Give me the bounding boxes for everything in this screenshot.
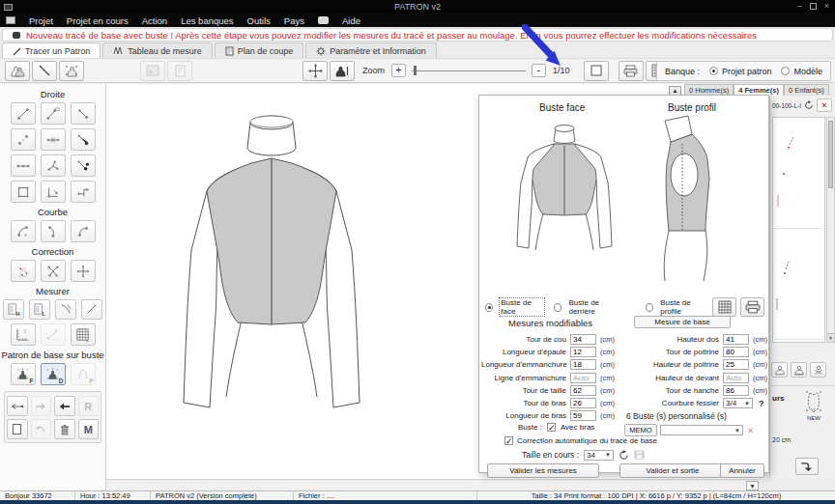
tool-droite-segment-court[interactable] [71,102,96,125]
tool-mesurer-hauteur[interactable]: H [3,299,24,320]
tool-droite-equerre[interactable] [41,181,66,203]
back-arrow-button[interactable] [54,396,75,416]
zoom-out-button[interactable]: - [532,64,546,77]
maximize-button[interactable] [810,3,817,10]
frame-tool-button[interactable] [584,61,609,81]
tool-patron-buste-dos[interactable]: D [41,363,66,385]
personalised-select[interactable]: ▼ [660,425,743,435]
tool-droite-perpendiculaire[interactable] [71,181,96,203]
dialog-grid-button[interactable] [712,297,736,317]
menu-projet-en-cours[interactable]: Projet en cours [67,15,129,26]
tool-droite-alignement[interactable] [11,154,36,177]
menu-pays[interactable]: Pays [284,15,304,26]
bust-small-button-2[interactable] [791,362,807,378]
menu-outils[interactable]: Outils [247,15,271,26]
tool-correction-croix[interactable] [41,260,66,282]
tool-courbe-3[interactable] [71,220,96,242]
print-button[interactable] [619,61,644,81]
bust-small-button-3[interactable] [810,362,826,378]
busts-pair-tool-button[interactable] [5,61,30,81]
menu-action[interactable]: Action [142,15,167,26]
tool-droite-milieu[interactable] [41,128,66,151]
menu-les-banques[interactable]: Les banques [181,15,233,26]
banque-option-projet-patron[interactable]: Projet patron [709,67,772,76]
bust-points-tool-button[interactable] [59,61,84,81]
hauteur-de-devant-input[interactable] [723,373,749,383]
tool-mesurer-ligne[interactable] [41,323,66,346]
undo-button[interactable] [31,419,52,439]
move-tool-button[interactable] [302,61,328,81]
tab-tracer-un-patron[interactable]: Tracer un Patron [2,42,101,59]
banque-option-modele[interactable]: Modèle [781,67,822,76]
tour-de-poitrine-input[interactable] [723,347,749,357]
radio-projet-patron[interactable] [709,67,718,75]
model-preview-list[interactable] [772,117,825,343]
tool-mesurer-courbe[interactable] [55,299,76,320]
m-button[interactable]: M [78,419,100,439]
save-icon[interactable] [634,450,645,460]
tool-droite-rectangle[interactable] [11,181,36,203]
minimize-button[interactable]: – [797,1,802,11]
model-preview-item[interactable] [774,118,823,229]
trash-button[interactable] [54,419,75,439]
radio-buste-derriere[interactable] [554,303,561,312]
courbure-fessier-select[interactable]: 3/4▼ [723,398,753,408]
tool-mesurer-distance[interactable] [81,299,102,320]
longueur-de-bras-input[interactable] [570,410,596,421]
tool-mesurer-regle[interactable]: 0 [11,323,36,346]
bank-scrollbar-thumb[interactable] [828,121,833,188]
canvas-horizontal-scrollbar[interactable]: ▼ [106,479,760,490]
line-tool-button[interactable] [32,61,57,81]
transfer-button[interactable] [795,458,819,475]
menu-projet[interactable]: Projet [29,15,53,26]
tool-droite-points-noirs[interactable] [71,154,96,177]
refresh-icon[interactable] [804,100,814,110]
tab-plan-de-coupe[interactable]: Plan de coupe [215,42,304,58]
valider-mesures-button[interactable]: Valider les mesures [487,463,599,478]
radio-buste-profile[interactable] [646,303,653,312]
valider-sortie-button[interactable]: Valider et sortie [619,463,726,478]
tool-droite-angle[interactable] [71,128,96,151]
memo-button[interactable]: MEMO [624,424,657,436]
option-buste-de-face[interactable]: Buste de face [485,298,544,316]
avec-bras-checkbox[interactable]: ✓ [547,423,556,432]
tool-courbe-2[interactable] [41,220,66,242]
model-preview-item[interactable] [774,231,823,340]
tool-courbe-1[interactable] [11,220,36,242]
hauteur-dos-input[interactable] [723,334,749,345]
tool-droite-branches[interactable] [41,154,66,177]
new-page-button[interactable] [7,419,28,439]
r-button[interactable]: R [78,396,100,416]
zoom-slider-thumb[interactable] [414,66,417,75]
correction-checkbox[interactable]: ✓ [504,436,513,445]
option-buste-de-profile[interactable]: Buste de profile [646,298,708,316]
radio-buste-face[interactable] [485,303,493,312]
tab-tableau-de-mesure[interactable]: Tableau de mesure [102,42,213,58]
longueur-emmanchure-input[interactable] [570,359,596,370]
tool-correction-deplacer[interactable] [71,260,96,282]
tab-parametre-et-information[interactable]: Paramètre et Information [305,42,437,58]
segment-arrow-button[interactable] [7,396,28,416]
tool-mesurer-largeur[interactable]: L [29,299,50,320]
zoom-slider[interactable] [412,65,526,76]
annuler-button[interactable]: Annuler [720,463,764,478]
redo-arrow-button[interactable] [31,396,52,416]
new-model-button[interactable]: NEW [803,390,824,421]
taille-select[interactable]: 34▼ [584,450,614,461]
tool-mesurer-grille[interactable] [71,323,96,346]
tool-droite-segment-mesure[interactable] [41,102,66,125]
tool-patron-manche[interactable]: P [71,363,96,385]
dialog-print-button[interactable] [740,297,764,317]
tour-de-cou-input[interactable] [570,334,596,345]
image-tool-button[interactable] [140,61,165,81]
tool-correction-buste[interactable] [11,260,36,282]
bank-scrollbar[interactable]: ▼ [826,117,835,343]
tool-droite-deux-points[interactable] [11,128,36,151]
chevron-down-icon[interactable]: ▼ [746,481,759,490]
refresh-icon[interactable] [619,450,629,461]
bank-tab-enfants[interactable]: 0 Enfant(s) [784,84,829,96]
help-link[interactable]: ? [759,399,764,408]
delete-model-button[interactable]: × [817,98,832,112]
tool-droite-segment[interactable] [11,102,36,125]
mesure-de-base-button[interactable]: Mesure de base [634,316,731,328]
